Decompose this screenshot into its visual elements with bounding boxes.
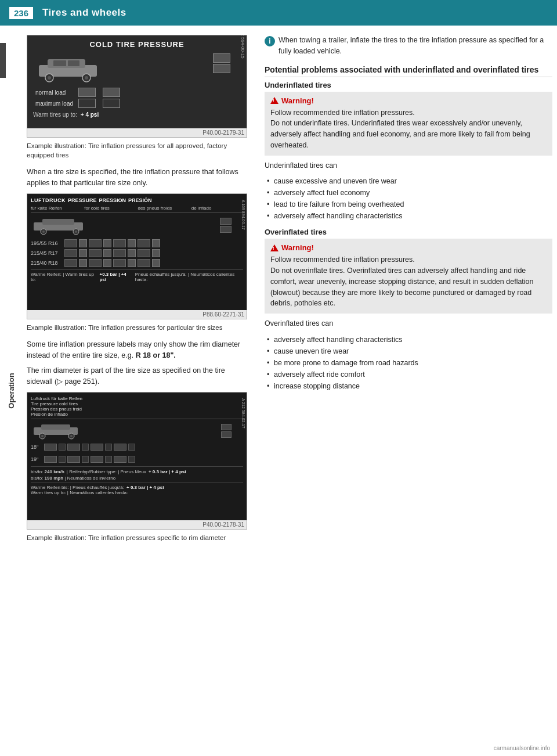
luftdruck-inner: LUFTDRUCK PRESSURE PRESSION PRESIÓN für … xyxy=(27,194,247,310)
underinflated-intro: Underinflated tires can xyxy=(265,160,552,171)
para3: The rim diameter is part of the tire siz… xyxy=(27,365,247,387)
underinflated-warning-text1: Follow recommended tire inflation pressu… xyxy=(270,107,547,118)
svg-point-4 xyxy=(48,76,51,80)
overinflated-warning-label: Warning! xyxy=(281,243,314,252)
diagram1-code: P40.00-2179-31 xyxy=(27,129,247,136)
diagram1-ref: A 212 594-00-15 xyxy=(240,35,245,59)
caption3: Example illustration: Tire inflation pre… xyxy=(27,533,247,542)
info-text: When towing a trailer, inflate the tires… xyxy=(278,35,552,57)
svg-point-19 xyxy=(70,435,73,437)
rim-car-svg xyxy=(31,422,83,440)
para2a: Some tire inflation pressure labels may … xyxy=(27,340,240,359)
bullet-item: be more prone to damage from road hazard… xyxy=(267,357,552,369)
underinflated-warning-title: Warning! xyxy=(270,96,547,105)
car-diagram-svg xyxy=(33,53,103,82)
bullet-item: adversely affect ride comfort xyxy=(267,369,552,380)
svg-point-5 xyxy=(85,76,88,80)
luftdruck-rows: 195/55 R16 215/45 R17 xyxy=(31,239,243,267)
diagram-cold-tire: COLD TIRE PRESSURE xyxy=(27,35,247,138)
third-rows: 18" 19" xyxy=(31,444,243,463)
page-number: 236 xyxy=(9,7,33,19)
svg-rect-7 xyxy=(53,60,66,66)
luftdruck-car-svg xyxy=(31,215,89,236)
tire-row-max: maximum load xyxy=(35,99,241,108)
sidebar-marker xyxy=(0,43,6,78)
underinflated-bullets: cause excessive and uneven tire wear adv… xyxy=(265,175,552,222)
caption1: Example illustration: Tire inflation pre… xyxy=(27,141,247,160)
bullet-item: cause excessive and uneven tire wear xyxy=(267,175,552,187)
luft-row-2: 215/45 R17 xyxy=(31,249,243,257)
third-inner: Luftdruck für kalte Reifen Tire pressure… xyxy=(27,393,247,520)
third-row-18: 18" xyxy=(31,444,243,451)
luft-row-3: 215/40 R18 xyxy=(31,259,243,267)
cold-tire-title: COLD TIRE PRESSURE xyxy=(33,40,241,49)
warning-triangle-icon-2 xyxy=(270,244,278,251)
right-column: i When towing a trailer, inflate the tir… xyxy=(259,35,552,747)
main-layout: Operation COLD TIRE PRESSURE xyxy=(0,26,557,756)
diagram3-code: P40.00-2178-31 xyxy=(27,521,247,528)
overinflated-intro: Overinflated tires can xyxy=(265,318,552,329)
overinflated-warning-box: Warning! Follow recommended tire inflati… xyxy=(265,239,552,314)
overinflated-warning-title: Warning! xyxy=(270,243,547,252)
para2: Some tire inflation pressure labels may … xyxy=(27,339,247,361)
section-heading: Potential problems associated with under… xyxy=(265,65,552,77)
underinflated-warning-box: Warning! Follow recommended tire inflati… xyxy=(265,92,552,156)
diagram-rim: Luftdruck für kalte Reifen Tire pressure… xyxy=(27,392,247,530)
left-column: COLD TIRE PRESSURE xyxy=(27,35,247,747)
svg-point-18 xyxy=(41,435,44,437)
bullet-item: adversely affect handling characteristic… xyxy=(267,210,552,222)
third-row-19: 19" xyxy=(31,456,243,463)
svg-point-12 xyxy=(42,231,45,233)
bullet-item: increase stopping distance xyxy=(267,380,552,392)
luft-row-1: 195/55 R16 xyxy=(31,239,243,247)
underinflated-warning-label: Warning! xyxy=(281,96,314,105)
svg-point-13 xyxy=(75,231,77,233)
bullet-item: adversely affect handling characteristic… xyxy=(267,334,552,345)
cold-tire-inner: COLD TIRE PRESSURE xyxy=(27,35,247,128)
bullet-item: cause uneven tire wear xyxy=(267,345,552,357)
svg-rect-6 xyxy=(68,60,79,66)
caption2: Example illustration: Tire inflation pre… xyxy=(27,323,247,332)
underinflated-warning-text2: Do not underinflate tires. Underinflated… xyxy=(270,118,547,150)
sidebar: Operation xyxy=(0,26,22,756)
warm-tires-row: Warm tires up to: + 4 psi xyxy=(33,111,241,118)
svg-rect-9 xyxy=(42,219,74,225)
tire-row-normal: normal load xyxy=(35,88,241,97)
bullet-item: adversely affect fuel economy xyxy=(267,187,552,199)
warning-triangle-icon xyxy=(270,97,278,104)
overinflated-warning-text1: Follow recommended tire inflation pressu… xyxy=(270,254,547,265)
para2b: R 18 or 18". xyxy=(136,351,176,359)
para1: When a tire size is specified, the tire … xyxy=(27,167,247,189)
luftdruck-ref: A 169 894-00-17 xyxy=(241,200,245,230)
rim-ref: A 212 584-02-17 xyxy=(241,398,245,429)
page-title: Tires and wheels xyxy=(42,7,126,19)
diagram-luftdruck: LUFTDRUCK PRESSURE PRESSION PRESIÓN für … xyxy=(27,193,247,319)
svg-rect-1 xyxy=(48,59,85,68)
third-bottom-rows: bis/to: 240 km/h | Reifentyp/Rubber type… xyxy=(31,466,243,495)
svg-rect-15 xyxy=(41,424,70,430)
cold-tire-rows: normal load maximum load xyxy=(35,88,241,108)
info-box: i When towing a trailer, inflate the tir… xyxy=(265,35,552,57)
content-area: COLD TIRE PRESSURE xyxy=(22,26,557,756)
luft-warm-row: Warme Reifen: | Warm tires up to: +0.3 b… xyxy=(31,269,243,282)
overinflated-warning-text2: Do not overinflate tires. Overinflated t… xyxy=(270,265,547,309)
underinflated-heading: Underinflated tires xyxy=(265,81,552,89)
overinflated-bullets: adversely affect handling characteristic… xyxy=(265,334,552,392)
bullet-item: lead to tire failure from being overheat… xyxy=(267,199,552,210)
header-bar: 236 Tires and wheels xyxy=(0,0,557,26)
overinflated-heading: Overinflated tires xyxy=(265,228,552,236)
third-header: Luftdruck für kalte Reifen Tire pressure… xyxy=(31,396,243,419)
diagram2-code: P88.60-2271-31 xyxy=(27,311,247,318)
footer-watermark: carmanualsonline.info xyxy=(494,745,550,751)
info-icon: i xyxy=(265,36,275,46)
sidebar-label: Operation xyxy=(7,373,16,408)
